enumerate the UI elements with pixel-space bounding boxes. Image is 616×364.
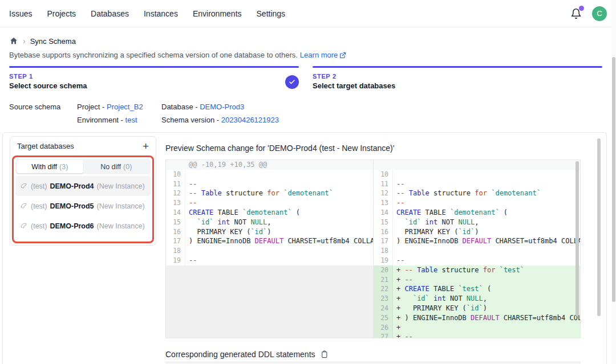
- copy-ddl-button[interactable]: [320, 350, 329, 359]
- diff-line: 15 `id` int NOT NULL,: [166, 218, 373, 227]
- panel-scrollbar[interactable]: [597, 138, 601, 316]
- notification-dot: [579, 6, 584, 11]
- learn-more-label: Learn more: [300, 51, 338, 59]
- diff-empty-filler: [166, 265, 373, 338]
- nav-item-environments[interactable]: Environments: [193, 9, 242, 18]
- diff-tabs: With diff(3)No diff(0): [15, 159, 151, 174]
- diff-hunk-header: @@ -10,19 +10,35 @@: [166, 160, 373, 170]
- diff-line: 23+ `id` int NOT NULL,: [374, 294, 580, 304]
- target-db-row-demo-prod4[interactable]: (test)DEMO-Prod4(New Instance): [15, 176, 151, 196]
- diff-line: 11--: [374, 179, 580, 189]
- diff-line: 17) ENGINE=InnoDB DEFAULT CHARSET=utf8mb…: [374, 236, 580, 246]
- avatar[interactable]: C: [592, 6, 607, 21]
- step-2-bar: [313, 66, 602, 68]
- diff-line: 10: [166, 170, 373, 179]
- nav-item-projects[interactable]: Projects: [47, 9, 76, 18]
- external-link-icon: [339, 52, 346, 59]
- step-2-title: Select target databases: [313, 81, 602, 90]
- diff-line: 27+ --: [374, 332, 580, 338]
- tab-no-diff[interactable]: No diff(0): [83, 160, 150, 173]
- target-databases-panel: Target databases + With diff(3)No diff(0…: [10, 136, 156, 246]
- target-databases-title: Target databases: [17, 142, 74, 150]
- diff-line: 18: [374, 246, 580, 256]
- target-list-highlight: With diff(3)No diff(0) (test)DEMO-Prod4(…: [12, 156, 154, 243]
- notifications-button[interactable]: [570, 7, 583, 20]
- mysql-icon: [20, 182, 28, 190]
- main-panel: Target databases + With diff(3)No diff(0…: [2, 132, 607, 364]
- schema-diff-editor[interactable]: @@ -10,19 +10,35 @@1011--12-- Table stru…: [165, 159, 581, 338]
- intro-text-row: Bytebase supports synchronizing a specif…: [9, 51, 346, 59]
- diff-line: 13--: [166, 198, 373, 208]
- source-field-environment: Environment - test: [77, 116, 161, 124]
- page-scrollbar-track: [611, 0, 616, 364]
- diff-line: 17) ENGINE=InnoDB DEFAULT CHARSET=utf8mb…: [166, 236, 373, 246]
- nav-item-settings[interactable]: Settings: [257, 9, 286, 18]
- diff-line: 16 PRIMARY KEY (`id`): [374, 227, 580, 237]
- breadcrumb-current: Sync Schema: [30, 37, 76, 46]
- step-2-label: STEP 2: [313, 73, 602, 80]
- target-database-list: (test)DEMO-Prod4(New Instance)(test)DEMO…: [15, 176, 151, 236]
- diff-pane-modified: 1011--12-- Table structure for `demotena…: [373, 160, 580, 338]
- step-2: STEP 2 Select target databases: [313, 66, 602, 90]
- diff-line: 14CREATE TABLE `demotenant` (: [374, 208, 580, 218]
- diff-line: 14CREATE TABLE `demotenant` (: [166, 208, 373, 218]
- diff-line: 12-- Table structure for `demotenant`: [166, 189, 373, 198]
- source-field-project: Project - Project_B2: [77, 103, 161, 111]
- diff-line: 15 `id` int NOT NULL,: [374, 218, 580, 227]
- source-field-value-link[interactable]: test: [125, 116, 137, 124]
- chevron-right-icon: ›: [23, 37, 26, 45]
- step-1-label: STEP 1: [9, 73, 299, 80]
- diff-line: 19--: [166, 256, 373, 265]
- sync-schema-page: IssuesProjectsDatabasesInstancesEnvironm…: [0, 0, 616, 364]
- ddl-title: Corresponding generated DDL statements: [165, 350, 315, 359]
- target-db-row-demo-prod6[interactable]: (test)DEMO-Prod6(New Instance): [15, 216, 151, 236]
- diff-line: 19--: [374, 256, 580, 265]
- diff-line: 13--: [374, 198, 580, 208]
- learn-more-link[interactable]: Learn more: [300, 51, 346, 59]
- diff-line: 18: [166, 246, 373, 256]
- source-field-value-link[interactable]: 20230426121923: [221, 116, 279, 124]
- diff-scrollbar[interactable]: [576, 161, 579, 316]
- diff-hunk-header: [374, 160, 580, 170]
- source-field-value-link[interactable]: Project_B2: [107, 103, 143, 111]
- diff-line: 22+ CREATE TABLE `test` (: [374, 284, 580, 294]
- source-schema-label: Source schema: [9, 103, 60, 111]
- diff-line: 21+ --: [374, 275, 580, 285]
- mysql-icon: [20, 202, 28, 210]
- diff-line: 20+ -- Table structure for `test`: [374, 265, 580, 275]
- source-field-schema-version: Schema version - 20230426121923: [161, 116, 279, 124]
- source-schema-fields: Project - Project_B2Database - DEMO-Prod…: [77, 103, 279, 124]
- intro-text: Bytebase supports synchronizing a specif…: [9, 51, 298, 59]
- step-1-title: Select source schema: [9, 81, 299, 90]
- top-nav: IssuesProjectsDatabasesInstancesEnvironm…: [0, 0, 616, 27]
- nav-item-issues[interactable]: Issues: [9, 9, 32, 18]
- breadcrumb: › Sync Schema: [9, 36, 76, 46]
- step-1: STEP 1 Select source schema: [9, 66, 299, 90]
- diff-line: 25+ ) ENGINE=InnoDB DEFAULT CHARSET=utf8…: [374, 313, 580, 323]
- mysql-icon: [20, 222, 28, 230]
- diff-line: 26+: [374, 323, 580, 333]
- step-1-bar: [9, 66, 299, 68]
- diff-line: 11--: [166, 179, 373, 189]
- nav-item-databases[interactable]: Databases: [91, 9, 129, 18]
- source-field-value-link[interactable]: DEMO-Prod3: [200, 103, 244, 111]
- diff-line: 10: [374, 170, 580, 179]
- home-icon[interactable]: [9, 36, 18, 46]
- diff-pane-original: @@ -10,19 +10,35 @@1011--12-- Table stru…: [166, 160, 373, 338]
- check-icon: [289, 79, 295, 85]
- ddl-editor-top: [165, 362, 581, 364]
- nav-items: IssuesProjectsDatabasesInstancesEnvironm…: [9, 9, 285, 18]
- source-field-database: Database - DEMO-Prod3: [161, 103, 279, 111]
- add-target-database-button[interactable]: +: [143, 141, 149, 152]
- page-scrollbar[interactable]: [612, 57, 615, 302]
- target-db-row-demo-prod5[interactable]: (test)DEMO-Prod5(New Instance): [15, 196, 151, 216]
- nav-item-instances[interactable]: Instances: [144, 9, 178, 18]
- diff-line: 24+ PRIMARY KEY (`id`): [374, 304, 580, 313]
- tab-with-diff[interactable]: With diff(3): [17, 160, 83, 173]
- diff-line: 16 PRIMARY KEY (`id`): [166, 227, 373, 237]
- diff-line: 12-- Table structure for `demotenant`: [374, 189, 580, 198]
- preview-title: Preview Schema change for 'DEMO-Prod4 (t…: [165, 144, 394, 153]
- step-1-check: [285, 75, 299, 89]
